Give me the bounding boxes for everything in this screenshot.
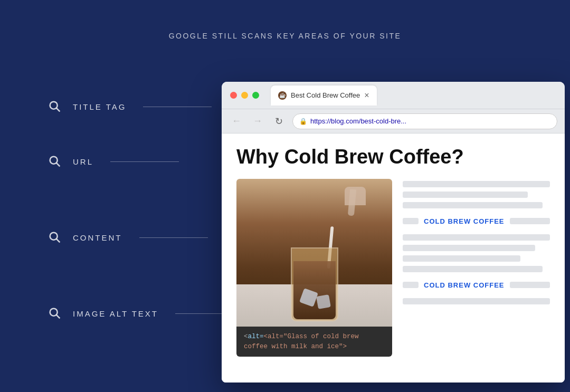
search-icon-title-tag <box>48 99 62 114</box>
text-line-after-badge-2 <box>510 282 550 288</box>
text-lines-top <box>403 181 550 208</box>
image-block: <alt=<alt="Glass of cold brew coffee wit… <box>236 179 392 357</box>
url-line <box>110 161 179 162</box>
svg-line-5 <box>56 239 60 242</box>
sidebar: TITLE TAG URL CONTENT IMAGE ALT TEXT <box>0 79 227 341</box>
svg-line-7 <box>56 315 60 318</box>
caption-val-1: <alt="Glass of cold brew <box>264 333 359 340</box>
search-icon-content <box>48 230 62 245</box>
url-label: URL <box>73 157 93 166</box>
forward-button[interactable]: → <box>250 116 265 127</box>
svg-point-2 <box>50 157 58 164</box>
image-alt-text-line <box>175 313 227 314</box>
svg-point-0 <box>50 102 58 109</box>
address-bar[interactable]: 🔒 https://blog.com/best-cold-bre... <box>292 113 557 129</box>
text-line-7 <box>403 266 543 272</box>
page-header-label: GOOGLE STILL SCANS KEY AREAS OF YOUR SIT… <box>0 32 570 40</box>
image-alt-text-label: IMAGE ALT TEXT <box>73 309 158 318</box>
title-tag-label: TITLE TAG <box>73 102 126 111</box>
caption-attr: alt= <box>248 333 264 340</box>
cold-brew-badge-row-1: COLD BREW COFFEE <box>403 216 550 227</box>
url-text: https://blog.com/best-cold-bre... <box>310 117 406 125</box>
tab-area: Best Cold Brew Coffee × <box>271 85 556 106</box>
sidebar-item-url: URL <box>0 134 227 189</box>
tab-favicon <box>278 91 287 100</box>
text-line-6 <box>403 255 520 262</box>
browser-navbar: ← → ↻ 🔒 https://blog.com/best-cold-bre..… <box>222 109 565 133</box>
text-lines-middle <box>403 234 550 272</box>
cold-brew-badge-1: COLD BREW COFFEE <box>424 216 505 227</box>
title-tag-line <box>143 107 212 107</box>
text-line-after-badge-1 <box>510 218 550 224</box>
tab-title: Best Cold Brew Coffee <box>291 91 360 99</box>
browser-tab[interactable]: Best Cold Brew Coffee × <box>271 85 377 106</box>
refresh-button[interactable]: ↻ <box>271 116 286 127</box>
cold-brew-badge-row-2: COLD BREW COFFEE <box>403 280 550 291</box>
back-button[interactable]: ← <box>229 116 244 127</box>
text-line-1 <box>403 181 550 187</box>
search-icon-image-alt <box>48 306 62 321</box>
content-layout: <alt=<alt="Glass of cold brew coffee wit… <box>236 179 550 357</box>
svg-line-1 <box>56 108 60 111</box>
sidebar-item-content: CONTENT <box>0 210 227 265</box>
coffee-image <box>236 179 392 327</box>
right-content: COLD BREW COFFEE COLD BREW COFFEE <box>403 179 550 357</box>
tab-close-button[interactable]: × <box>364 91 369 100</box>
caption-val-2: coffee with milk and ice"> <box>244 343 347 350</box>
traffic-light-green[interactable] <box>252 92 259 99</box>
content-label: CONTENT <box>73 233 122 242</box>
traffic-light-yellow[interactable] <box>241 92 248 99</box>
sidebar-item-image-alt-text: IMAGE ALT TEXT <box>0 286 227 341</box>
text-line-4 <box>403 234 550 241</box>
text-line-before-badge-1 <box>403 218 419 224</box>
text-lines-bottom <box>403 298 550 304</box>
text-line-3 <box>403 202 543 208</box>
text-line-2 <box>403 192 528 198</box>
coffee-glass-illustration <box>286 237 344 321</box>
browser-window: Best Cold Brew Coffee × ← → ↻ 🔒 https://… <box>222 82 565 383</box>
page-heading: Why Cold Brew Coffee? <box>236 146 550 168</box>
text-line-5 <box>403 245 535 251</box>
caption-tag: < <box>244 333 248 340</box>
svg-line-3 <box>56 163 60 166</box>
content-line <box>139 237 208 238</box>
svg-point-6 <box>50 309 58 316</box>
text-line-before-badge-2 <box>403 282 419 288</box>
cold-brew-badge-2: COLD BREW COFFEE <box>424 280 505 291</box>
lock-icon: 🔒 <box>299 118 307 125</box>
sidebar-item-title-tag: TITLE TAG <box>0 79 227 134</box>
browser-titlebar: Best Cold Brew Coffee × <box>222 82 565 109</box>
image-caption: <alt=<alt="Glass of cold brew coffee wit… <box>236 327 392 357</box>
traffic-light-red[interactable] <box>230 92 237 99</box>
search-icon-url <box>48 154 62 169</box>
text-line-8 <box>403 298 550 304</box>
svg-point-4 <box>50 233 58 240</box>
browser-content: Why Cold Brew Coffee? <box>222 133 565 383</box>
